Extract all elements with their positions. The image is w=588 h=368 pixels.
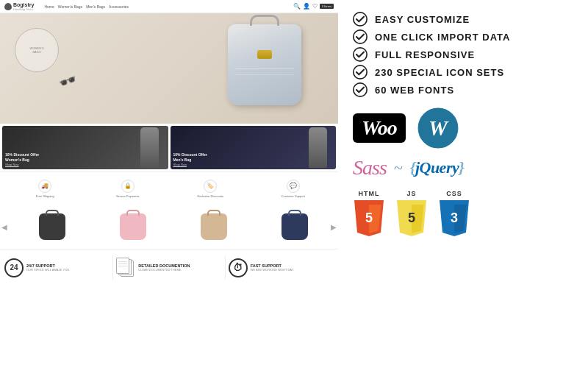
feature-easy-customize-label: EASY CUSTOMIZE <box>375 14 470 25</box>
promo-womens-discount: 10% Discount Offer <box>5 152 39 158</box>
right-panel: EASY CUSTOMIZE ONE CLICK IMPORT DATA FUL… <box>338 0 588 368</box>
promo-womens-figure <box>135 126 165 169</box>
clock-icon: ⏱ <box>229 258 248 277</box>
check-icon-3 <box>353 47 368 62</box>
promo-womens-cta[interactable]: Shop Now <box>5 163 39 166</box>
support-divider-2 <box>225 255 226 280</box>
feature-secure-payments: 🔒 Secure Payments <box>87 175 169 202</box>
js5-badge: JS 5 <box>395 190 428 237</box>
nav-links: Home Women's Bags Men's Bags Accessories <box>44 4 129 9</box>
bag-black <box>39 213 65 240</box>
feature-one-click-label: ONE CLICK IMPORT DATA <box>375 32 510 43</box>
check-icon-4 <box>353 65 368 79</box>
feature-icons-row: 🚚 Free Shipping 🔒 Secure Payments 🏷️ Exc… <box>0 171 338 205</box>
shipping-icon: 🚚 <box>38 180 51 193</box>
promo-mens-cta[interactable]: Shop Now <box>173 163 207 166</box>
check-icon-2 <box>353 29 368 44</box>
bag-pink <box>120 213 146 240</box>
svg-point-3 <box>354 66 367 79</box>
tech-logos: Woo W Sass ~ {jQuery} HTML <box>353 107 573 237</box>
wishlist-icon[interactable]: ♡ <box>312 3 318 10</box>
tech-row-sass-jquery: Sass ~ {jQuery} <box>353 156 573 180</box>
bag-dark <box>282 213 308 240</box>
js5-number: 5 <box>408 211 415 224</box>
feature-web-fonts-label: 60 WEB FONTS <box>375 85 454 96</box>
feature-icon-sets-label: 230 SPECIAL ICON SETS <box>375 67 504 78</box>
support-docs: DETAILED DOCUMENTION CLEAN DOCUMENTED TH… <box>116 252 221 283</box>
woman-silhouette <box>140 127 159 168</box>
svg-point-2 <box>354 48 367 61</box>
discount-label: Exclusive Discounts <box>197 194 223 198</box>
mock-nav: Bogistry Handbag Store Home Women's Bags… <box>0 0 338 13</box>
support-247-text: 24/7 SUPPORT OUR SPEED WILL AMAZE YOU. <box>26 263 70 272</box>
circle-badge: WOMEN'SBAGS <box>15 28 59 72</box>
svg-text:W: W <box>429 116 449 140</box>
product-1[interactable] <box>13 208 91 246</box>
css3-badge: CSS 3 <box>438 190 470 237</box>
prev-arrow[interactable]: ◀ <box>1 223 7 231</box>
feature-one-click: ONE CLICK IMPORT DATA <box>353 29 573 44</box>
promo-mens-figure <box>303 126 332 169</box>
feature-easy-customize: EASY CUSTOMIZE <box>353 12 573 26</box>
check-icon-5 <box>353 82 368 97</box>
support-247-desc: OUR SPEED WILL AMAZE YOU. <box>26 268 70 272</box>
support-docs-desc: CLEAN DOCUMENTED THEME. <box>138 268 190 272</box>
tech-row-woo-wp: Woo W <box>353 107 573 149</box>
bag-handle <box>250 15 279 26</box>
css3-number: 3 <box>451 211 458 224</box>
nav-right: 🔍 👤 ♡ 0 Items <box>293 3 334 10</box>
sunglasses-prop: 🕶️ <box>57 69 80 92</box>
html5-badge: HTML 5 <box>353 190 385 237</box>
hero-bag <box>220 17 309 120</box>
logo-icon <box>4 3 12 10</box>
product-3[interactable] <box>175 208 253 246</box>
logo-name: Bogistry <box>13 2 34 7</box>
site-mockup: Bogistry Handbag Store Home Women's Bags… <box>0 0 338 368</box>
product-4[interactable] <box>256 208 334 246</box>
html5-label: HTML <box>359 190 380 197</box>
secure-icon: 🔒 <box>121 180 135 193</box>
next-arrow[interactable]: ▶ <box>331 223 337 231</box>
feature-full-responsive-label: FULL RESPONSIVE <box>375 49 475 60</box>
css3-label: CSS <box>446 190 462 197</box>
promo-mens-title: Men's Bag <box>173 158 207 163</box>
product-thumbnails: ◀ ▶ <box>0 205 338 249</box>
feature-list: EASY CUSTOMIZE ONE CLICK IMPORT DATA FUL… <box>353 12 573 97</box>
hero-section: WOMEN'SBAGS 🕶️ <box>0 13 338 124</box>
bag-line <box>235 68 294 69</box>
product-2[interactable] <box>94 208 172 246</box>
site-logo: Bogistry Handbag Store <box>4 2 34 11</box>
support-fast: ⏱ FAST SUPPORT WE ARE WORKING NIGHT DAY. <box>229 252 334 283</box>
woo-logo: Woo <box>353 113 406 143</box>
tech-row-shields: HTML 5 JS 5 <box>353 190 573 237</box>
support-label: Customer Support <box>282 194 305 198</box>
shipping-label: Free Shipping <box>36 194 54 198</box>
doc-icon <box>116 258 135 278</box>
man-silhouette <box>309 127 327 168</box>
wordpress-logo: W <box>417 107 459 149</box>
left-panel: Bogistry Handbag Store Home Women's Bags… <box>0 0 338 368</box>
feature-icon-sets: 230 SPECIAL ICON SETS <box>353 65 573 79</box>
feature-full-responsive: FULL RESPONSIVE <box>353 47 573 62</box>
promo-mens-discount: 10% Discount Offer <box>173 152 207 158</box>
feature-free-shipping: 🚚 Free Shipping <box>4 175 86 202</box>
hero-bag-shape <box>228 24 301 105</box>
nav-mens[interactable]: Men's Bags <box>86 4 105 9</box>
discount-icon: 🏷️ <box>204 180 217 193</box>
secure-label: Secure Payments <box>116 194 140 198</box>
sass-tilde: ~ <box>394 158 403 177</box>
support-247: 24 24/7 SUPPORT OUR SPEED WILL AMAZE YOU… <box>4 252 110 283</box>
feature-exclusive-discounts: 🏷️ Exclusive Discounts <box>170 175 251 202</box>
support-docs-title: DETAILED DOCUMENTION <box>138 263 190 268</box>
support-icon: 💬 <box>287 180 300 193</box>
search-icon[interactable]: 🔍 <box>293 3 301 10</box>
account-icon[interactable]: 👤 <box>303 3 310 10</box>
nav-accessories[interactable]: Accessories <box>109 4 129 9</box>
support-docs-text: DETAILED DOCUMENTION CLEAN DOCUMENTED TH… <box>138 263 190 272</box>
support-divider-1 <box>112 255 113 280</box>
nav-home[interactable]: Home <box>44 4 54 9</box>
bag-line-2 <box>235 74 294 75</box>
doc-page-3 <box>116 258 129 274</box>
cart-box[interactable]: 0 Items <box>320 4 334 9</box>
nav-womens[interactable]: Women's Bags <box>58 4 82 9</box>
